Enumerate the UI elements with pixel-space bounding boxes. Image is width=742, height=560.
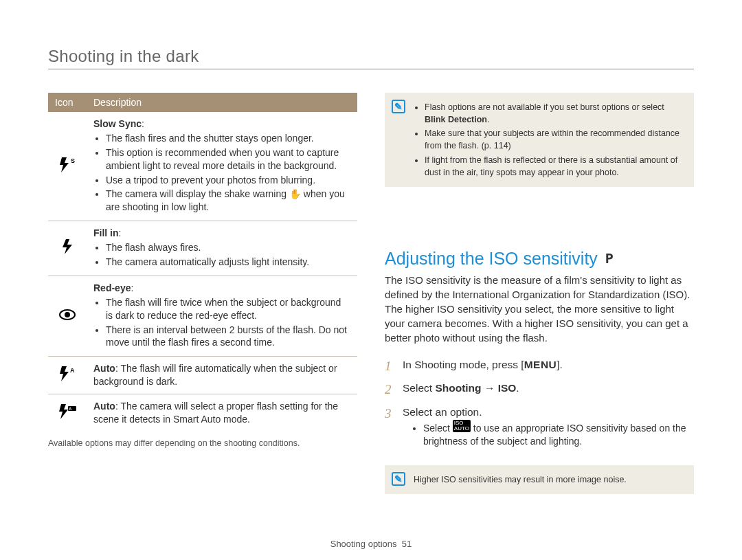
left-column: Icon Description S Slow Sync: The flash … [48,93,357,494]
note1-post: . [487,115,489,124]
list-item: The camera automatically adjusts light i… [106,256,350,269]
desc-slow-sync: Slow Sync: The flash fires and the shutt… [87,112,357,221]
list-item: The flash fires and the shutter stays op… [106,132,350,145]
smart-auto-flash-icon: A [48,394,87,432]
desc-fill-in: Fill in: The flash always fires. The cam… [87,221,357,276]
fill-in-flash-icon [48,221,87,276]
footnote: Available options may differ depending o… [48,438,357,448]
fill-in-title: Fill in [93,227,119,238]
step-number-2: 2 [385,381,396,399]
list-item: The flash will fire twice when the subje… [106,296,350,322]
right-column: ✎ Flash options are not available if you… [385,93,694,494]
red-eye-icon [48,276,87,356]
svg-text:A: A [70,367,75,374]
note-icon: ✎ [392,100,405,113]
note1-pre: Flash options are not available if you s… [425,102,664,112]
step2-bold: Shooting → ISO [435,382,516,394]
th-icon: Icon [48,93,87,112]
desc-smart-auto: Auto: The camera will select a proper fl… [87,394,357,432]
flash-options-table: Icon Description S Slow Sync: The flash … [48,93,357,432]
desc-auto: Auto: The flash will fire automatically … [87,357,357,394]
step1-pre: In Shooting mode, press [ [403,359,524,370]
step-number-3: 3 [385,405,396,449]
list-item: The flash always fires. [106,241,350,254]
table-row: A Auto: The camera will select a proper … [48,394,357,432]
list-item: Select ISOAUTO to use an appropriate ISO… [423,420,694,449]
heading-text: Adjusting the ISO sensitivity [385,249,598,268]
red-eye-title: Red-eye [93,282,131,293]
note-icon: ✎ [392,472,405,486]
list-item: Flash options are not available if you s… [425,101,684,126]
step2-pre: Select [403,382,435,394]
table-row: S Slow Sync: The flash fires and the shu… [48,112,357,221]
svg-text:A: A [69,407,72,411]
list-item: If light from the flash is reflected or … [425,154,684,179]
table-row: A Auto: The flash will fire automaticall… [48,357,357,394]
list-item: Make sure that your subjects are within … [425,127,684,152]
list-item: There is an interval between 2 bursts of… [106,324,350,350]
step-1: 1 In Shooting mode, press [MENU]. [385,357,694,376]
iso-section-heading: Adjusting the ISO sensitivity P [385,249,694,269]
desc-red-eye: Red-eye: The flash will fire twice when … [87,276,357,356]
s3sub-pre: Select [423,423,453,434]
step-3: 3 Select an option. Select ISOAUTO to us… [385,405,694,449]
th-description: Description [87,93,357,112]
step3-text: Select an option. [403,406,482,418]
iso-paragraph: The ISO sensitivity is the measure of a … [385,273,694,345]
iso-auto-icon: ISOAUTO [453,420,471,432]
page-title: Shooting in the dark [48,47,694,66]
auto-text: The flash will fire automatically when t… [93,363,337,387]
smart-auto-title: Auto [93,401,115,412]
slow-sync-flash-icon: S [48,112,87,221]
footer-label: Shooting options [330,539,397,549]
svg-text:S: S [71,157,75,164]
title-rule [48,69,694,69]
step2-post: . [516,382,519,394]
mode-p-badge: P [605,250,614,267]
table-row: Red-eye: The flash will fire twice when … [48,276,357,356]
auto-title: Auto [93,363,115,374]
menu-button-label: MENU [524,359,557,370]
auto-flash-icon: A [48,357,87,394]
page-footer: Shooting options 51 [0,539,742,549]
table-row: Fill in: The flash always fires. The cam… [48,221,357,276]
step1-post: ]. [556,359,563,370]
step-2: 2 Select Shooting → ISO. [385,381,694,399]
steps-list: 1 In Shooting mode, press [MENU]. 2 Sele… [385,357,694,449]
list-item: The camera will display the shake warnin… [106,188,350,214]
step-number-1: 1 [385,357,396,376]
slow-sync-title: Slow Sync [93,118,142,129]
note2-text: Higher ISO sensitivities may result in m… [414,475,627,484]
note-box-flash: ✎ Flash options are not available if you… [385,93,694,187]
note-box-iso: ✎ Higher ISO sensitivities may result in… [385,465,694,494]
list-item: This option is recommended when you want… [106,146,350,172]
smart-auto-text: The camera will select a proper flash se… [93,401,338,425]
note1-bold: Blink Detection [425,115,487,124]
svg-point-2 [65,312,70,317]
list-item: Use a tripod to prevent your photos from… [106,174,350,187]
footer-page-number: 51 [402,539,412,549]
